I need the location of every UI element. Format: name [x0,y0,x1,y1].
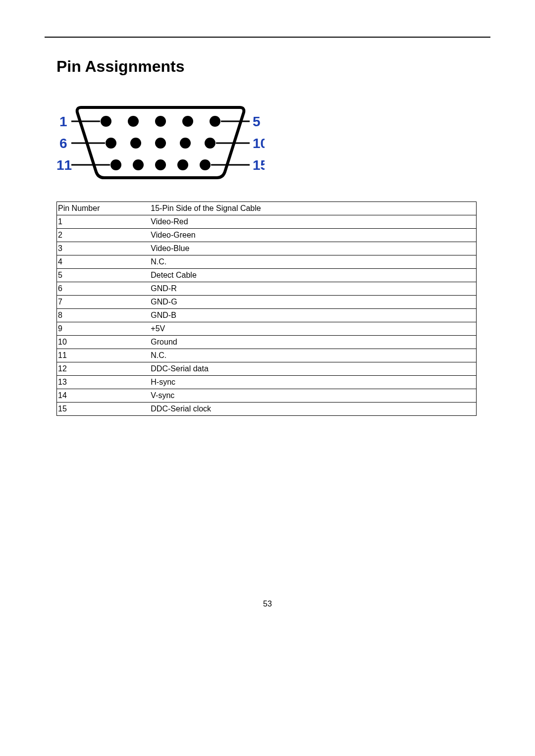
pin-number-cell: 3 [57,242,150,255]
pin-desc-cell: Video-Green [150,229,476,242]
table-row: 15DDC-Serial clock [57,403,477,416]
document-page: Pin Assignments [0,0,535,756]
table-row: 6GND-R [57,282,477,296]
pin-label-11: 11 [56,157,72,173]
table-row: 3Video-Blue [57,242,477,255]
svg-point-12 [155,159,166,170]
pin-label-5: 5 [253,114,261,129]
pin-number-cell: 10 [57,336,150,349]
pin-number-cell: 15 [57,403,150,416]
pin-desc-cell: DDC-Serial data [150,362,476,376]
page-title: Pin Assignments [56,57,490,76]
pin-number-cell: 7 [57,296,150,309]
table-header-row: Pin Number 15-Pin Side of the Signal Cab… [57,202,477,215]
table-row: 5Detect Cable [57,269,477,282]
svg-point-10 [110,159,121,170]
table-row: 9+5V [57,322,477,336]
svg-point-11 [133,159,144,170]
svg-point-1 [128,116,139,127]
table-row: 11N.C. [57,349,477,362]
table-row: 1Video-Red [57,215,477,229]
pin-label-15: 15 [253,157,265,173]
pin-number-cell: 11 [57,349,150,362]
top-rule [45,37,490,38]
pin-desc-cell: +5V [150,322,476,336]
pin-number-cell: 8 [57,309,150,322]
pin-desc-cell: V-sync [150,389,476,403]
pin-number-cell: 1 [57,215,150,229]
svg-point-14 [200,159,211,170]
pin-desc-cell: DDC-Serial clock [150,403,476,416]
pin-number-cell: 2 [57,229,150,242]
svg-point-9 [205,138,215,149]
svg-point-7 [155,138,166,149]
pin-label-1: 1 [59,114,67,129]
pin-desc-cell: GND-R [150,282,476,296]
pin-number-cell: 6 [57,282,150,296]
pin-number-cell: 12 [57,362,150,376]
connector-diagram: 1 6 11 5 10 15 [56,99,490,185]
pin-number-cell: 9 [57,322,150,336]
pin-desc-cell: N.C. [150,349,476,362]
table-row: 12DDC-Serial data [57,362,477,376]
svg-point-4 [210,116,220,127]
pin-desc-cell: H-sync [150,376,476,389]
table-row: 2Video-Green [57,229,477,242]
pin-desc-cell: Video-Blue [150,242,476,255]
pin-desc-cell: GND-G [150,296,476,309]
table-row: 10Ground [57,336,477,349]
table-row: 4N.C. [57,255,477,269]
table-header-desc: 15-Pin Side of the Signal Cable [150,202,476,215]
svg-point-5 [106,138,116,149]
pin-label-6: 6 [59,136,67,151]
table-row: 7GND-G [57,296,477,309]
svg-point-0 [101,116,111,127]
table-row: 8GND-B [57,309,477,322]
pin-desc-cell: Detect Cable [150,269,476,282]
pin-number-cell: 13 [57,376,150,389]
pin-label-10: 10 [253,136,265,151]
vga-connector-icon: 1 6 11 5 10 15 [56,99,265,183]
pin-number-cell: 4 [57,255,150,269]
pin-number-cell: 14 [57,389,150,403]
table-row: 14V-sync [57,389,477,403]
pin-desc-cell: GND-B [150,309,476,322]
pin-desc-cell: Ground [150,336,476,349]
svg-point-8 [180,138,191,149]
svg-point-2 [155,116,166,127]
pin-assignment-table: Pin Number 15-Pin Side of the Signal Cab… [56,202,477,416]
page-number: 53 [0,600,535,608]
table-header-pin: Pin Number [57,202,150,215]
pin-number-cell: 5 [57,269,150,282]
pin-desc-cell: Video-Red [150,215,476,229]
svg-point-13 [177,159,188,170]
svg-point-3 [182,116,193,127]
table-row: 13H-sync [57,376,477,389]
pin-desc-cell: N.C. [150,255,476,269]
svg-point-6 [130,138,141,149]
